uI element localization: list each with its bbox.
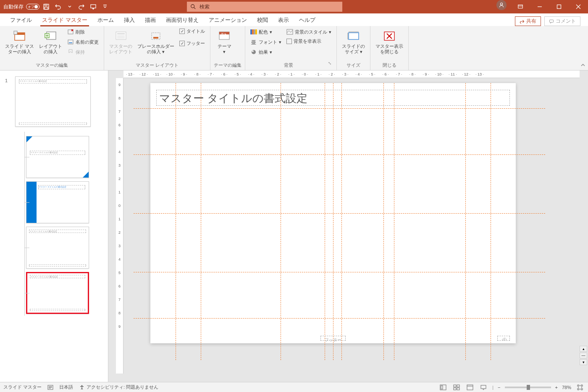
themes-button[interactable]: 亜あ テーマ▾ [214,28,235,56]
tab-slide-master[interactable]: スライド マスター [37,14,92,26]
undo-dropdown-icon[interactable] [65,2,75,12]
toggle-switch[interactable]: オフ [26,4,39,10]
slide-master-icon [13,29,26,43]
master-thumb-row: 1 マスター タイトルの書式設定 [0,75,108,134]
status-notes[interactable] [47,385,53,390]
nav-down-icon[interactable]: ▾ [580,359,587,365]
group-label: マスター レイアウト [108,61,207,70]
search-placeholder: 検索 [200,3,210,10]
bg-styles-icon [286,29,293,35]
footer-placeholder[interactable]: フッター [320,336,346,341]
status-accessibility[interactable]: アクセシビリティ: 問題ありません [79,384,158,390]
ribbon: スライド マス ターの挿入 レイアウト の挿入 削除 名前の変更 保持 マスター… [0,26,588,71]
slide-master-thumbnail[interactable]: マスター タイトルの書式設定 [15,76,91,127]
svg-rect-33 [349,33,359,39]
tab-help[interactable]: ヘルプ [294,14,320,26]
checkbox-icon [286,39,292,44]
fit-window-icon[interactable] [575,384,585,391]
svg-rect-18 [117,33,125,34]
nav-up-icon[interactable]: ▴ [580,346,587,352]
colors-button[interactable]: 配色 ▾ [249,28,283,36]
maximize-icon[interactable] [549,0,569,13]
zoom-out-button[interactable]: − [498,385,500,390]
svg-rect-44 [481,385,486,389]
autosave-toggle[interactable]: 自動保存 オフ [3,3,39,10]
svg-rect-8 [550,20,554,22]
workspace: 1 マスター タイトルの書式設定 マスター タイトルの書式設定 マスター タイト… [0,71,588,382]
dialog-launcher-icon[interactable]: ⤡ [328,61,333,70]
tab-insert[interactable]: 挿入 [119,14,140,26]
thumbnail-pane[interactable]: 1 マスター タイトルの書式設定 マスター タイトルの書式設定 マスター タイト… [0,71,108,382]
slide-size-button[interactable]: スライドの サイズ ▾ [340,28,367,56]
footer-checkbox[interactable]: フッター [178,40,207,47]
redo-icon[interactable] [76,2,87,12]
tab-home[interactable]: ホーム [92,14,119,26]
svg-rect-45 [578,386,582,389]
tab-transitions[interactable]: 画面切り替え [161,14,204,26]
chevron-down-icon: ▾ [223,49,226,54]
rename-button[interactable]: 名前の変更 [66,38,100,46]
tab-view[interactable]: 表示 [273,14,294,26]
collapse-ribbon-icon[interactable] [578,26,588,70]
minimize-icon[interactable] [530,0,549,13]
svg-rect-26 [252,29,254,34]
hide-bg-checkbox[interactable]: 背景を非表示 [285,38,333,45]
autosave-label: 自動保存 [3,3,24,10]
effects-button[interactable]: 効果 ▾ [249,48,283,56]
tab-draw[interactable]: 描画 [140,14,161,26]
insert-placeholder-button[interactable]: プレースホルダー の挿入 ▾ [136,28,176,56]
insert-slide-master-button[interactable]: スライド マス ターの挿入 [3,28,36,56]
nav-line-icon[interactable]: — [580,353,587,358]
fonts-button[interactable]: 亜フォント ▾ [249,38,283,46]
slide-canvas-area[interactable]: マスター タイトルの書式設定 フッター ‹#› [150,83,567,369]
view-normal-icon[interactable] [438,384,448,391]
delete-button[interactable]: 削除 [66,28,100,36]
layout-thumbnail-2[interactable]: マスター タイトルの書式設定 [26,181,89,223]
close-icon[interactable] [569,0,588,13]
title-placeholder[interactable]: マスター タイトルの書式設定 [156,90,510,106]
layout-thumbnail-4-selected[interactable]: マスター タイトルの書式設定 [26,272,89,314]
colors-icon [250,29,257,35]
slide-canvas[interactable]: マスター タイトルの書式設定 フッター ‹#› [150,83,516,343]
layout-thumbnail-3[interactable]: マスター タイトルの書式設定 [26,227,89,269]
layout-thumbnail-1[interactable]: マスター タイトルの書式設定 [26,136,89,178]
horizontal-ruler[interactable]: · 13 ·· 12 ·· 11 ·· 10 ·· 9 ·· 8 ·· 7 ··… [123,71,580,78]
svg-rect-1 [45,4,47,6]
group-label: サイズ [340,61,367,70]
zoom-slider[interactable] [505,387,551,388]
svg-rect-11 [14,31,17,34]
svg-rect-3 [91,5,96,8]
qat-customize-icon[interactable] [100,2,110,12]
title-checkbox[interactable]: タイトル [178,28,207,35]
search-box[interactable]: 検索 [187,2,342,12]
tab-review[interactable]: 校閲 [252,14,273,26]
zoom-nav: ▴ — ▾ [580,346,587,365]
comments-button[interactable]: コメント [544,16,580,26]
zoom-in-button[interactable]: + [555,385,558,390]
vertical-ruler[interactable]: 9876543210123456789 [116,78,123,374]
bg-styles-button[interactable]: 背景のスタイル ▾ [285,28,333,36]
svg-rect-25 [250,29,252,34]
svg-text:亜: 亜 [251,39,256,45]
chevron-down-icon: ▾ [162,49,165,54]
tab-file[interactable]: ファイル [5,14,37,26]
start-slideshow-icon[interactable] [88,2,98,12]
view-reading-icon[interactable] [465,384,475,391]
view-sorter-icon[interactable] [452,384,461,391]
search-icon [190,4,196,10]
undo-icon[interactable] [53,2,63,12]
user-avatar[interactable] [496,0,507,10]
status-language[interactable]: 日本語 [59,384,73,390]
tab-animations[interactable]: アニメーション [204,14,252,26]
zoom-value[interactable]: 78% [562,385,571,390]
preserve-button[interactable]: 保持 [66,48,100,56]
insert-layout-button[interactable]: レイアウト の挿入 [37,28,64,56]
status-view-label[interactable]: スライド マスター [3,384,42,390]
svg-rect-40 [457,385,459,387]
close-master-button[interactable]: マスター表示 を閉じる [374,28,405,56]
ribbon-display-icon[interactable] [511,0,530,13]
slide-number-placeholder[interactable]: ‹#› [497,336,510,341]
share-button[interactable]: 共有 [515,16,541,26]
view-slideshow-icon[interactable] [479,384,488,391]
save-icon[interactable] [41,2,51,12]
